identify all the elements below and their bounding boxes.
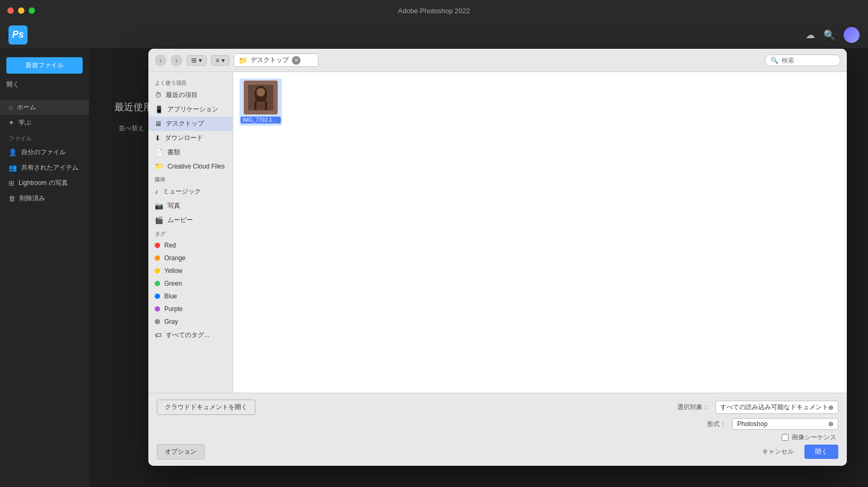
sidebar-documents[interactable]: 📄 書類 — [148, 145, 233, 160]
favorites-section-label: よく使う項目 — [148, 76, 233, 88]
location-bar[interactable]: 📁 デスクトップ ✕ — [234, 54, 318, 67]
sidebar-documents-label: 書類 — [167, 148, 180, 157]
format-label: 形式： — [707, 420, 726, 429]
minimize-button[interactable] — [18, 7, 24, 14]
arrangement-button[interactable]: ≡ ▾ — [211, 55, 229, 66]
dialog-footer: クラウドドキュメントを開く 選択対象： すべての読み込み可能なドキュメント ⊕ … — [148, 393, 847, 466]
sidebar-photos-label: 写真 — [167, 201, 180, 210]
sidebar-tag-purple[interactable]: Purple — [148, 303, 233, 315]
sidebar-item-deleted-label: 削除済み — [20, 194, 45, 203]
cloud-icon[interactable]: ☁ — [805, 29, 815, 41]
tag-purple-label: Purple — [164, 305, 183, 313]
sidebar-creative-cloud[interactable]: 📁 Creative Cloud Files — [148, 160, 233, 173]
sidebar-item-shared[interactable]: 👥 共有されたアイテム — [0, 160, 89, 175]
search-input[interactable] — [782, 57, 835, 64]
dialog-sidebar: よく使う項目 ⏱ 最近の項目 📱 アプリケーション 🖥 デスクトップ ⬇ — [148, 72, 233, 393]
file-section-label: ファイル — [0, 130, 89, 145]
search-icon: 🔍 — [770, 57, 778, 64]
applications-icon: 📱 — [155, 105, 163, 113]
dialog-body: よく使う項目 ⏱ 最近の項目 📱 アプリケーション 🖥 デスクトップ ⬇ — [148, 72, 847, 393]
sidebar-downloads[interactable]: ⬇ ダウンロード — [148, 131, 233, 145]
sidebar-item-deleted[interactable]: 🗑 削除済み — [0, 191, 89, 206]
orange-dot — [155, 255, 160, 261]
avatar[interactable] — [844, 27, 860, 43]
sidebar-item-shared-label: 共有されたアイテム — [21, 163, 78, 172]
ps-logo: Ps — [8, 25, 28, 45]
tag-gray-label: Gray — [164, 318, 178, 325]
maximize-button[interactable] — [29, 7, 35, 14]
yellow-dot — [155, 268, 160, 273]
sidebar-tag-gray[interactable]: Gray — [148, 315, 233, 328]
sidebar-item-home-label: ホーム — [17, 103, 36, 112]
format-dropdown[interactable]: Photoshop ⊕ — [732, 418, 838, 430]
desktop-icon: 🖥 — [155, 120, 162, 128]
cancel-button[interactable]: キャンセル — [756, 445, 800, 459]
close-button[interactable] — [7, 7, 14, 14]
footer-actions: オプション キャンセル 開く — [157, 444, 838, 459]
sidebar-recent[interactable]: ⏱ 最近の項目 — [148, 88, 233, 102]
sidebar-all-tags[interactable]: 🏷 すべてのタグ... — [148, 328, 233, 342]
sidebar-item-learn[interactable]: ✦ 学ぶ — [0, 115, 89, 130]
cloud-documents-button[interactable]: クラウドドキュメントを開く — [157, 400, 255, 415]
trash-icon: 🗑 — [8, 194, 15, 202]
location-clear-button[interactable]: ✕ — [292, 56, 300, 65]
cloud-folder-icon: 📁 — [155, 162, 163, 170]
documents-icon: 📄 — [155, 148, 163, 156]
sidebar-applications[interactable]: 📱 アプリケーション — [148, 102, 233, 117]
sidebar-item-lightroom[interactable]: ⊞ Lightroom の写真 — [0, 175, 89, 191]
selection-dropdown[interactable]: すべての読み込み可能なドキュメント ⊕ — [715, 401, 838, 414]
sidebar: 新規ファイル 開く ⌂ ホーム ✦ 学ぶ ファイル 👤 自分のファイル 👥 共有… — [0, 49, 89, 487]
forward-button[interactable]: › — [171, 55, 182, 66]
selection-value: すべての読み込み可能なドキュメント — [720, 403, 828, 412]
svg-rect-3 — [254, 101, 267, 110]
open-button[interactable]: 開く — [6, 78, 19, 91]
sidebar-tag-blue[interactable]: Blue — [148, 290, 233, 303]
search-icon[interactable]: 🔍 — [823, 29, 835, 41]
person-icon: 👤 — [8, 148, 17, 156]
view-mode-button[interactable]: ⊞ ▾ — [187, 55, 207, 66]
file-name: IMG_7702-1.psd — [241, 117, 281, 123]
image-sequence-label: 画像シーケンス — [792, 433, 836, 442]
sidebar-desktop[interactable]: 🖥 デスクトップ — [148, 117, 233, 131]
tag-orange-label: Orange — [164, 254, 185, 262]
selection-label: 選択対象： — [677, 403, 709, 412]
file-open-dialog: ‹ › ⊞ ▾ ≡ ▾ 📁 デスクトップ ✕ 🔍 — [148, 49, 847, 466]
sidebar-music[interactable]: ♪ ミュージック — [148, 184, 233, 199]
back-button[interactable]: ‹ — [155, 55, 166, 66]
view-mode-arrow: ▾ — [199, 57, 202, 64]
options-button[interactable]: オプション — [157, 444, 205, 459]
photos-icon: 📷 — [155, 202, 163, 210]
footer-selectors-row: クラウドドキュメントを開く 選択対象： すべての読み込み可能なドキュメント ⊕ — [157, 400, 838, 415]
recent-icon: ⏱ — [155, 91, 162, 99]
file-thumbnail — [244, 81, 278, 114]
sidebar-tag-yellow[interactable]: Yellow — [148, 264, 233, 277]
tag-yellow-label: Yellow — [164, 267, 182, 275]
main-layout: 新規ファイル 開く ⌂ ホーム ✦ 学ぶ ファイル 👤 自分のファイル 👥 共有… — [0, 49, 868, 487]
sidebar-item-learn-label: 学ぶ — [19, 118, 31, 127]
sidebar-item-home[interactable]: ⌂ ホーム — [0, 100, 89, 115]
dialog-topbar: ‹ › ⊞ ▾ ≡ ▾ 📁 デスクトップ ✕ 🔍 — [148, 49, 847, 72]
new-file-button[interactable]: 新規ファイル — [6, 57, 83, 74]
sidebar-tag-red[interactable]: Red — [148, 239, 233, 252]
window-title: Adobe Photoshop 2022 — [398, 7, 470, 15]
sidebar-photos[interactable]: 📷 写真 — [148, 199, 233, 213]
learn-icon: ✦ — [8, 119, 14, 127]
file-item[interactable]: IMG_7702-1.psd — [240, 78, 282, 126]
green-dot — [155, 281, 160, 286]
folder-icon: 📁 — [238, 56, 247, 65]
movies-icon: 🎬 — [155, 216, 163, 224]
svg-rect-4 — [256, 102, 265, 110]
purple-dot — [155, 306, 160, 312]
traffic-lights — [7, 7, 35, 14]
image-sequence-checkbox[interactable] — [782, 434, 789, 441]
sidebar-creative-cloud-label: Creative Cloud Files — [167, 163, 225, 170]
arrangement-arrow: ▾ — [222, 57, 225, 64]
sidebar-movies[interactable]: 🎬 ムービー — [148, 213, 233, 227]
music-icon: ♪ — [155, 188, 158, 196]
sidebar-tag-orange[interactable]: Orange — [148, 252, 233, 264]
sidebar-item-my-files[interactable]: 👤 自分のファイル — [0, 145, 89, 160]
dialog-search[interactable]: 🔍 — [765, 55, 840, 66]
sidebar-tag-green[interactable]: Green — [148, 277, 233, 290]
format-arrow: ⊕ — [828, 420, 834, 428]
open-file-button[interactable]: 開く — [804, 445, 838, 459]
